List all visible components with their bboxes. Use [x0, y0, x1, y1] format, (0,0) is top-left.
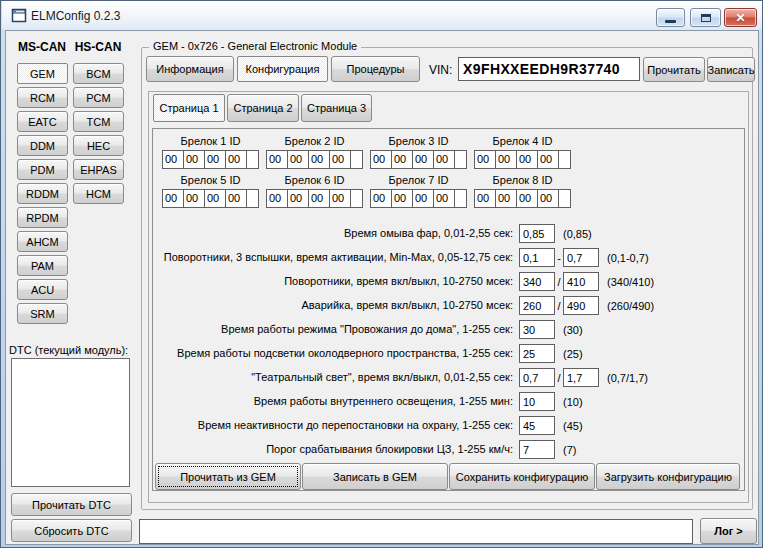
setting-fields-6: /(0,7/1,7)	[519, 368, 648, 387]
sidebar-module-ddm[interactable]: DDM	[17, 135, 68, 156]
close-button[interactable]: ✕	[724, 8, 757, 27]
fob-6-byte-2[interactable]: 00	[288, 190, 309, 207]
fob-5-byte-2[interactable]: 00	[184, 190, 205, 207]
setting-input-2-1[interactable]	[563, 272, 599, 291]
sidebar-module-rddm[interactable]: RDDM	[17, 183, 68, 204]
setting-default-note-8: (45)	[563, 420, 583, 432]
fob-1-byte-1[interactable]: 00	[163, 151, 184, 168]
setting-input-5-0[interactable]	[519, 344, 555, 363]
fob-5-byte-1[interactable]: 00	[163, 190, 184, 207]
fob-id-group-1: 00000000	[162, 150, 259, 169]
fob-6-byte-3[interactable]: 00	[309, 190, 330, 207]
setting-input-0-0[interactable]	[519, 224, 555, 243]
fob-7-byte-1[interactable]: 00	[371, 190, 392, 207]
sidebar-module-pam[interactable]: PAM	[17, 255, 68, 276]
fob-4-byte-1[interactable]: 00	[475, 151, 496, 168]
sidebar-module-pcm[interactable]: PCM	[73, 87, 124, 108]
sidebar-module-rpdm[interactable]: RPDM	[17, 207, 68, 228]
sidebar-module-hcm[interactable]: HCM	[73, 183, 124, 204]
sidebar-module-ahcm[interactable]: AHCM	[17, 231, 68, 252]
setting-input-2-0[interactable]	[519, 272, 555, 291]
fob-7-byte-4[interactable]: 00	[434, 190, 455, 207]
setting-input-1-1[interactable]	[563, 248, 599, 267]
setting-input-4-0[interactable]	[519, 320, 555, 339]
setting-input-7-0[interactable]	[519, 392, 555, 411]
fob-label-4: Брелок 4 ID	[474, 135, 571, 147]
fob-2-byte-4[interactable]: 00	[330, 151, 351, 168]
gem-read-button[interactable]: Прочитать из GEM	[155, 463, 301, 490]
fob-8-byte-2[interactable]: 00	[496, 190, 517, 207]
sidebar-module-bcm[interactable]: BCM	[73, 63, 124, 84]
setting-input-1-0[interactable]	[519, 248, 555, 267]
sidebar-module-ehpas[interactable]: EHPAS	[73, 159, 124, 180]
fob-4-byte-2[interactable]: 00	[496, 151, 517, 168]
close-icon: ✕	[735, 12, 745, 24]
page-tab-1[interactable]: Страница 1	[153, 94, 225, 122]
sidebar-module-acu[interactable]: ACU	[17, 279, 68, 300]
fob-1-byte-2[interactable]: 00	[184, 151, 205, 168]
log-button[interactable]: Лог >	[700, 518, 757, 544]
app-icon	[11, 8, 27, 23]
dtc-listbox[interactable]	[11, 358, 130, 487]
dtc-label: DTC (текущий модуль):	[9, 344, 128, 356]
sidebar-module-rcm[interactable]: RCM	[17, 87, 68, 108]
fob-3-byte-4[interactable]: 00	[434, 151, 455, 168]
dtc-reset-button[interactable]: Сбросить DTC	[11, 519, 132, 542]
fob-8-byte-3[interactable]: 00	[517, 190, 538, 207]
tab-0[interactable]: Информация	[146, 56, 234, 82]
fob-7-byte-3[interactable]: 00	[413, 190, 434, 207]
setting-default-note-2: (340/410)	[607, 276, 654, 288]
fob-5-byte-3[interactable]: 00	[205, 190, 226, 207]
vin-label: VIN:	[429, 63, 452, 77]
fob-2-byte-1[interactable]: 00	[267, 151, 288, 168]
fob-1-byte-3[interactable]: 00	[205, 151, 226, 168]
fob-8-byte-4[interactable]: 00	[538, 190, 559, 207]
setting-input-6-0[interactable]	[519, 368, 555, 387]
setting-label-1: Поворотники, 3 вспышки, время активации,…	[157, 248, 513, 267]
setting-input-6-1[interactable]	[563, 368, 599, 387]
tab-1[interactable]: Конфигурация	[237, 56, 328, 82]
setting-default-note-4: (30)	[563, 324, 583, 336]
fob-2-byte-2[interactable]: 00	[288, 151, 309, 168]
maximize-button[interactable]	[690, 8, 721, 27]
tab-2[interactable]: Процедуры	[331, 56, 420, 82]
minimize-button[interactable]	[656, 8, 685, 27]
setting-label-9: Порог срабатывания блокировки ЦЗ, 1-255 …	[157, 440, 513, 459]
gem-write-button[interactable]: Записать в GEM	[302, 463, 448, 490]
fob-7-byte-2[interactable]: 00	[392, 190, 413, 207]
fob-3-byte-2[interactable]: 00	[392, 151, 413, 168]
fob-2-byte-3[interactable]: 00	[309, 151, 330, 168]
setting-input-9-0[interactable]	[519, 440, 555, 459]
setting-input-3-0[interactable]	[519, 296, 555, 315]
config-save-button[interactable]: Сохранить конфигурацию	[449, 463, 595, 490]
fob-5-byte-4[interactable]: 00	[226, 190, 247, 207]
sidebar-module-tcm[interactable]: TCM	[73, 111, 124, 132]
sidebar-module-gem[interactable]: GEM	[17, 63, 68, 84]
window-title: ELMConfig 0.2.3	[31, 9, 120, 23]
fob-4-byte-3[interactable]: 00	[517, 151, 538, 168]
fob-3-byte-3[interactable]: 00	[413, 151, 434, 168]
setting-fields-8: (45)	[519, 416, 583, 435]
vin-read-button[interactable]: Прочитать	[643, 57, 705, 82]
sidebar-module-hec[interactable]: HEC	[73, 135, 124, 156]
setting-input-8-0[interactable]	[519, 416, 555, 435]
page-tab-2[interactable]: Страница 2	[227, 94, 299, 122]
page-tab-3[interactable]: Страница 3	[301, 94, 372, 122]
dtc-read-button[interactable]: Прочитать DTC	[11, 493, 132, 516]
fob-6-byte-1[interactable]: 00	[267, 190, 288, 207]
status-message-input[interactable]	[139, 519, 693, 544]
fob-6-byte-4[interactable]: 00	[330, 190, 351, 207]
fob-1-byte-4[interactable]: 00	[226, 151, 247, 168]
titlebar[interactable]: ELMConfig 0.2.3	[2, 1, 763, 30]
setting-default-note-1: (0,1-0,7)	[607, 252, 649, 264]
vin-input[interactable]	[458, 57, 640, 81]
sidebar-module-eatc[interactable]: EATC	[17, 111, 68, 132]
fob-8-byte-1[interactable]: 00	[475, 190, 496, 207]
fob-3-byte-1[interactable]: 00	[371, 151, 392, 168]
sidebar-module-pdm[interactable]: PDM	[17, 159, 68, 180]
vin-write-button[interactable]: Записать	[707, 57, 755, 82]
sidebar-module-srm[interactable]: SRM	[17, 303, 68, 324]
setting-input-3-1[interactable]	[563, 296, 599, 315]
fob-4-byte-4[interactable]: 00	[538, 151, 559, 168]
config-load-button[interactable]: Загрузить конфигурацию	[596, 463, 740, 490]
